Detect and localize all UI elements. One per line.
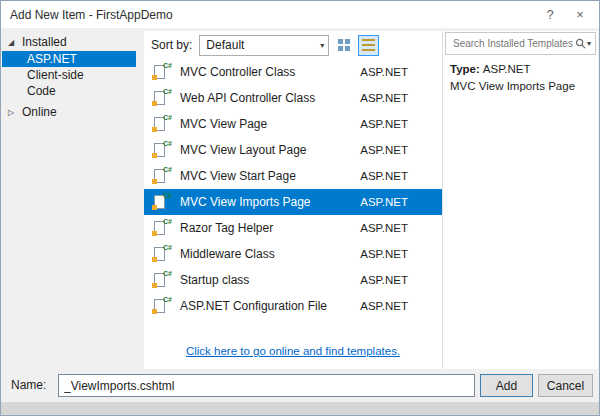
cancel-button[interactable]: Cancel <box>538 374 593 397</box>
search-chevron-down-icon: ▾ <box>587 39 591 48</box>
sidebar-item-code[interactable]: Code <box>2 83 136 99</box>
csharp-view-file-icon: C# <box>152 142 172 159</box>
template-platform: ASP.NET <box>360 274 408 286</box>
type-value: ASP.NET <box>483 63 531 75</box>
template-panel: Sort by: Default ▾ C#MVC Controller Clas… <box>144 31 442 369</box>
template-name: ASP.NET Configuration File <box>180 299 360 313</box>
csharp-class-file-icon: C# <box>152 220 172 237</box>
dialog-bottom-edge <box>1 402 599 415</box>
template-platform: ASP.NET <box>360 300 408 312</box>
template-name: Razor Tag Helper <box>180 221 360 235</box>
template-name: MVC View Imports Page <box>180 195 360 209</box>
list-view-button[interactable] <box>358 35 379 56</box>
tree-section-installed[interactable]: ◢Installed <box>2 33 136 51</box>
sidebar-item-asp-net[interactable]: ASP.NET <box>2 51 136 67</box>
chevron-down-icon: ▾ <box>320 41 324 50</box>
name-input[interactable] <box>58 374 475 397</box>
template-type-line: Type:ASP.NET <box>450 63 591 75</box>
template-row[interactable]: C#Razor Tag HelperASP.NET <box>144 215 442 241</box>
sort-by-label: Sort by: <box>151 38 192 52</box>
name-label: Name: <box>11 378 46 392</box>
dialog-body: ◢InstalledASP.NETClient-sideCode▷Online … <box>2 28 598 369</box>
sort-selected-value: Default <box>206 38 320 52</box>
search-icon[interactable]: ▾ <box>575 38 591 49</box>
template-platform: ASP.NET <box>360 170 408 182</box>
template-platform: ASP.NET <box>360 196 408 208</box>
template-row[interactable]: C#MVC View PageASP.NET <box>144 111 442 137</box>
template-platform: ASP.NET <box>360 222 408 234</box>
template-platform: ASP.NET <box>360 118 408 130</box>
search-input[interactable] <box>451 37 575 50</box>
grid-view-icon <box>338 39 350 51</box>
sort-select[interactable]: Default ▾ <box>199 35 329 56</box>
template-platform: ASP.NET <box>360 92 408 104</box>
template-row[interactable]: C#ASP.NET Configuration FileASP.NET <box>144 293 442 319</box>
template-details: Type:ASP.NET MVC View Imports Page <box>443 55 598 100</box>
template-name: Startup class <box>180 273 360 287</box>
sort-toolbar: Sort by: Default ▾ <box>144 31 442 59</box>
csharp-view-file-icon: C# <box>152 168 172 185</box>
tree-section-online[interactable]: ▷Online <box>2 103 136 121</box>
small-icons-view-button[interactable] <box>333 35 354 56</box>
add-new-item-dialog: Add New Item - FirstAppDemo ? × ◢Install… <box>0 0 600 416</box>
template-description: MVC View Imports Page <box>450 80 591 92</box>
csharp-view-file-icon: C# <box>152 116 172 133</box>
template-platform: ASP.NET <box>360 248 408 260</box>
help-button[interactable]: ? <box>535 4 565 25</box>
template-row[interactable]: C#MVC View Start PageASP.NET <box>144 163 442 189</box>
expanded-triangle-icon[interactable]: ◢ <box>8 34 22 52</box>
csharp-class-file-icon: C# <box>152 64 172 81</box>
sidebar-item-client-side[interactable]: Client-side <box>2 67 136 83</box>
details-panel: ▾ Type:ASP.NET MVC View Imports Page <box>442 31 598 369</box>
window-title: Add New Item - FirstAppDemo <box>10 8 535 22</box>
template-row[interactable]: C#MVC View Imports PageASP.NET <box>144 189 442 215</box>
category-sidebar: ◢InstalledASP.NETClient-sideCode▷Online <box>2 31 136 369</box>
csharp-class-file-icon: C# <box>152 272 172 289</box>
collapsed-triangle-icon[interactable]: ▷ <box>8 104 22 122</box>
template-platform: ASP.NET <box>360 144 408 156</box>
template-name: MVC View Start Page <box>180 169 360 183</box>
list-view-icon <box>362 39 375 51</box>
template-row[interactable]: C#MVC View Layout PageASP.NET <box>144 137 442 163</box>
template-row[interactable]: C#MVC Controller ClassASP.NET <box>144 59 442 85</box>
csharp-view-file-icon: C# <box>152 194 172 211</box>
titlebar[interactable]: Add New Item - FirstAppDemo ? × <box>1 1 599 28</box>
csharp-class-file-icon: C# <box>152 246 172 263</box>
template-name: MVC View Layout Page <box>180 143 360 157</box>
template-name: MVC View Page <box>180 117 360 131</box>
search-box: ▾ <box>445 32 596 55</box>
template-name: Web API Controller Class <box>180 91 360 105</box>
template-platform: ASP.NET <box>360 66 408 78</box>
csharp-class-file-icon: C# <box>152 90 172 107</box>
template-name: Middleware Class <box>180 247 360 261</box>
template-row[interactable]: C#Startup classASP.NET <box>144 267 442 293</box>
close-button[interactable]: × <box>565 4 595 25</box>
template-name: MVC Controller Class <box>180 65 360 79</box>
template-list: C#MVC Controller ClassASP.NETC#Web API C… <box>144 59 442 337</box>
config-file-icon: C# <box>152 298 172 315</box>
template-row[interactable]: C#Web API Controller ClassASP.NET <box>144 85 442 111</box>
template-row[interactable]: C#Middleware ClassASP.NET <box>144 241 442 267</box>
add-button[interactable]: Add <box>480 374 533 397</box>
dialog-footer: Name: Add Cancel <box>1 369 599 415</box>
online-templates-link[interactable]: Click here to go online and find templat… <box>186 345 400 357</box>
sidebar-tree: ◢InstalledASP.NETClient-sideCode▷Online <box>2 33 136 121</box>
type-label: Type: <box>450 63 480 75</box>
